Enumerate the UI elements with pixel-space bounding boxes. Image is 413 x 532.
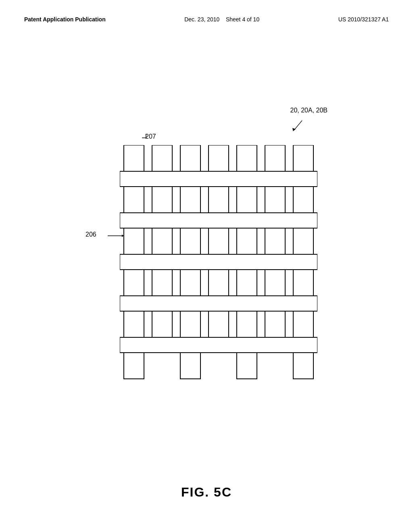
svg-rect-27 (120, 254, 317, 270)
svg-rect-21 (152, 228, 172, 254)
sheet-label: Sheet 4 of 10 (226, 16, 259, 23)
svg-rect-26 (293, 228, 313, 254)
diagram-area: 20, 20A, 20B 207 206 (0, 64, 413, 451)
svg-rect-8 (237, 145, 257, 171)
svg-rect-14 (180, 187, 200, 213)
circuit-diagram (120, 145, 317, 383)
date-sheet-label: Dec. 23, 2010 Sheet 4 of 10 (184, 16, 259, 23)
svg-rect-41 (265, 311, 285, 337)
svg-rect-36 (124, 311, 144, 337)
svg-rect-38 (180, 311, 200, 337)
svg-rect-43 (120, 337, 317, 353)
svg-rect-22 (180, 228, 200, 254)
ref-label-206: 206 (86, 231, 96, 238)
svg-rect-34 (293, 270, 313, 296)
svg-rect-10 (293, 145, 313, 171)
svg-rect-46 (237, 353, 257, 379)
ref-label-20: 20, 20A, 20B (290, 107, 327, 114)
svg-rect-16 (237, 187, 257, 213)
svg-rect-25 (265, 228, 285, 254)
svg-rect-40 (237, 311, 257, 337)
svg-rect-32 (237, 270, 257, 296)
svg-line-0 (294, 121, 302, 130)
svg-rect-9 (265, 145, 285, 171)
svg-rect-4 (124, 145, 144, 171)
svg-rect-18 (293, 187, 313, 213)
svg-rect-29 (152, 270, 172, 296)
svg-rect-33 (265, 270, 285, 296)
svg-rect-12 (124, 187, 144, 213)
svg-rect-47 (293, 353, 313, 379)
svg-rect-17 (265, 187, 285, 213)
svg-marker-1 (292, 128, 296, 131)
diagram-container: 20, 20A, 20B 207 206 (86, 107, 327, 409)
page-header: Patent Application Publication Dec. 23, … (0, 16, 413, 23)
svg-rect-42 (293, 311, 313, 337)
svg-rect-31 (209, 270, 229, 296)
svg-rect-6 (180, 145, 200, 171)
svg-rect-23 (209, 228, 229, 254)
svg-rect-20 (124, 228, 144, 254)
svg-rect-7 (209, 145, 229, 171)
svg-rect-11 (120, 171, 317, 187)
svg-rect-37 (152, 311, 172, 337)
arrow-20-icon (289, 119, 305, 135)
svg-rect-45 (180, 353, 200, 379)
svg-rect-28 (124, 270, 144, 296)
svg-rect-39 (209, 311, 229, 337)
svg-rect-35 (120, 296, 317, 311)
svg-rect-24 (237, 228, 257, 254)
svg-rect-5 (152, 145, 172, 171)
svg-rect-19 (120, 213, 317, 228)
bracket-207-icon (140, 132, 148, 144)
svg-rect-13 (152, 187, 172, 213)
date-label: Dec. 23, 2010 (184, 16, 219, 23)
svg-rect-30 (180, 270, 200, 296)
svg-rect-44 (124, 353, 144, 379)
patent-number-label: US 2010/321327 A1 (338, 16, 389, 23)
figure-label: FIG. 5C (181, 485, 232, 500)
svg-rect-15 (209, 187, 229, 213)
publication-label: Patent Application Publication (24, 16, 106, 23)
